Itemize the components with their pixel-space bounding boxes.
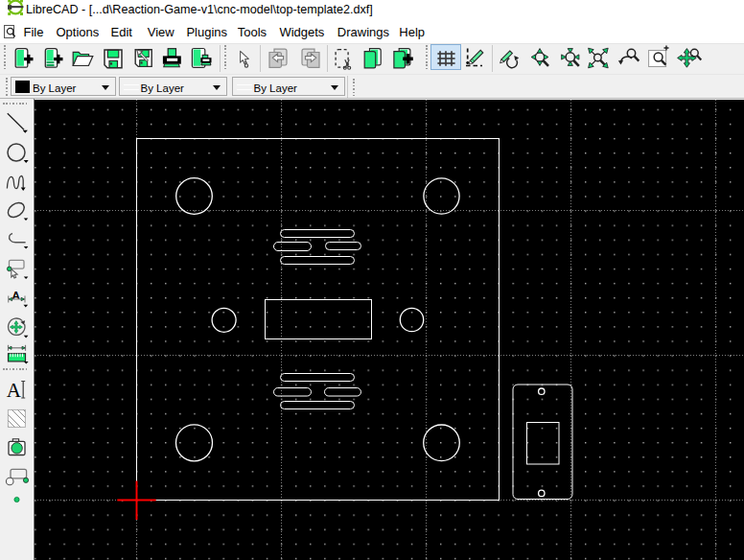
svg-text:A: A bbox=[7, 379, 22, 402]
